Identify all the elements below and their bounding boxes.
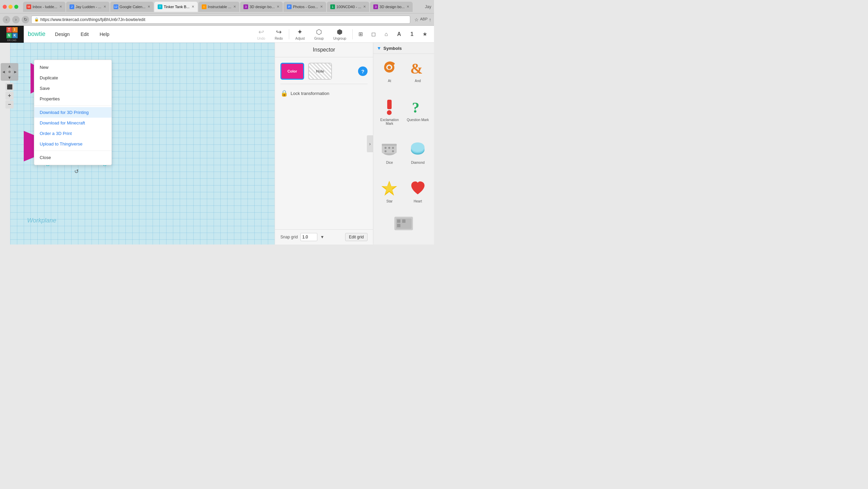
menu-item-save[interactable]: Save — [34, 83, 112, 94]
menu-item-properties[interactable]: Properties — [34, 94, 112, 104]
help-button[interactable]: ? — [358, 66, 368, 76]
nav-down[interactable]: ▼ — [6, 75, 12, 81]
share-icon[interactable]: ↑ — [429, 17, 431, 22]
refresh-button[interactable]: ↻ — [22, 16, 29, 23]
number-view-icon[interactable]: 1 — [407, 29, 417, 39]
tab-100ncd[interactable]: 1 100NCD40 - ... ✕ — [327, 2, 369, 12]
tab-3d2[interactable]: 3 3D design bo... ✕ — [370, 2, 413, 12]
ungroup-button[interactable]: ⬢ Ungroup — [330, 26, 350, 42]
menu-design[interactable]: Design — [50, 26, 75, 43]
symbol-diamond[interactable]: Diamond — [405, 139, 431, 175]
zoom-cube-button[interactable]: ⬛ — [5, 83, 14, 91]
menu-item-download-3d[interactable]: Download for 3D Printing — [34, 107, 112, 118]
svg-point-18 — [388, 147, 390, 149]
tab-3d1[interactable]: 3 3D design bo... ✕ — [240, 2, 283, 12]
group-button[interactable]: ⬡ Group — [311, 26, 327, 42]
nav-up-right[interactable] — [13, 63, 18, 69]
star-icon — [379, 178, 400, 198]
svg-point-24 — [411, 142, 425, 152]
snap-dropdown-icon[interactable]: ▼ — [320, 235, 324, 239]
menu-divider — [34, 105, 112, 106]
group-icon: ⬡ — [316, 28, 322, 36]
symbol-and[interactable]: & And — [405, 57, 431, 94]
symbol-dice[interactable]: Dice — [377, 139, 402, 175]
symbol-at[interactable]: At — [377, 57, 402, 94]
nav-up-left[interactable] — [1, 63, 6, 69]
inspector-body: Color Hole ? 🔒 Lock transformation — [275, 57, 373, 105]
more-symbol-icon — [394, 217, 413, 230]
svg-point-12 — [387, 110, 392, 115]
symbol-question[interactable]: ? Question Mark — [405, 96, 431, 136]
text-view-icon[interactable]: A — [394, 29, 404, 39]
workplane-label: Workplane — [27, 217, 56, 224]
adjust-button[interactable]: ✦ Adjust — [292, 26, 308, 42]
tab-close-icon[interactable]: ✕ — [277, 5, 279, 8]
symbol-question-label: Question Mark — [407, 118, 429, 122]
symbol-dice-label: Dice — [386, 161, 393, 164]
nav-center[interactable]: ⊕ — [6, 69, 12, 75]
symbol-heart[interactable]: Heart — [405, 178, 431, 214]
back-button[interactable]: ‹ — [3, 16, 10, 23]
nav-left[interactable]: ◄ — [1, 69, 6, 75]
symbol-star[interactable]: Star — [377, 178, 402, 214]
tab-tinkercad[interactable]: T Tinker Tank B... ✕ — [154, 2, 198, 12]
tab-close-icon[interactable]: ✕ — [192, 5, 194, 8]
color-button[interactable]: Color — [280, 63, 304, 80]
forward-button[interactable]: › — [12, 16, 20, 23]
symbol-diamond-label: Diamond — [411, 161, 425, 164]
zoom-in-button[interactable]: + — [5, 92, 14, 100]
grid-view-icon[interactable]: ⊞ — [355, 29, 366, 39]
undo-button[interactable]: ↩ Undo — [254, 26, 269, 42]
tab-close-icon[interactable]: ✕ — [147, 5, 150, 8]
menu-item-close[interactable]: Close — [34, 152, 112, 163]
menu-edit[interactable]: Edit — [75, 26, 94, 43]
tab-jay[interactable]: J Jay Ludden - ... ✕ — [66, 2, 110, 12]
symbol-more[interactable] — [377, 217, 431, 241]
tab-photos[interactable]: P Photos - Goo... ✕ — [283, 2, 326, 12]
adblock-icon[interactable]: ABP — [420, 17, 428, 22]
tab-gmail[interactable]: M Inbox - ludde... ✕ — [23, 2, 65, 12]
symbol-exclamation[interactable]: Exclamation Mark — [377, 96, 402, 136]
favorite-icon[interactable]: ★ — [420, 29, 430, 39]
tab-close-icon[interactable]: ✕ — [363, 5, 366, 8]
tinkercad-logo[interactable]: T I N K ER CAD — [0, 26, 24, 43]
home-view-icon[interactable]: ⌂ — [381, 29, 391, 39]
menu-item-order[interactable]: Order a 3D Print — [34, 128, 112, 139]
nav-up[interactable]: ▲ — [6, 63, 12, 69]
tab-calendar[interactable]: 12 Google Calen... ✕ — [110, 2, 154, 12]
tab-close-icon[interactable]: ✕ — [407, 5, 409, 8]
tab-instructable[interactable]: I Instructable ... ✕ — [198, 2, 239, 12]
lock-label: Lock transformation — [291, 91, 329, 96]
logo-i: I — [12, 27, 18, 33]
minimize-button[interactable] — [8, 5, 13, 9]
logo-n: N — [6, 33, 12, 38]
tab-close-icon[interactable]: ✕ — [59, 5, 62, 8]
maximize-button[interactable] — [14, 5, 18, 9]
user-menu[interactable]: Jay — [425, 4, 431, 9]
snap-input[interactable] — [300, 233, 317, 241]
tab-close-icon[interactable]: ✕ — [320, 5, 323, 8]
app-header: T I N K ER CAD bowtie Design Edit Help ↩… — [0, 26, 434, 43]
close-button[interactable] — [3, 5, 7, 9]
logo-t: T — [6, 27, 12, 33]
symbols-header-icon: ▼ — [377, 45, 381, 51]
menu-item-duplicate[interactable]: Duplicate — [34, 73, 112, 83]
nav-right[interactable]: ► — [13, 69, 18, 75]
cube-view-icon[interactable]: ◻ — [368, 29, 378, 39]
menu-item-upload[interactable]: Upload to Thingiverse — [34, 139, 112, 149]
bookmark-icon[interactable]: ☆ — [414, 17, 419, 22]
panel-toggle-button[interactable]: › — [367, 135, 373, 152]
redo-button[interactable]: ↪ Redo — [271, 26, 286, 42]
project-name[interactable]: bowtie — [24, 31, 50, 38]
menu-divider-2 — [34, 151, 112, 151]
url-bar[interactable]: 🔒 https://www.tinkercad.com/things/fpBhU… — [31, 16, 410, 24]
menu-item-new[interactable]: New — [34, 62, 112, 73]
tab-close-icon[interactable]: ✕ — [233, 5, 236, 8]
zoom-out-button[interactable]: − — [5, 100, 14, 109]
menu-help[interactable]: Help — [94, 26, 115, 43]
edit-grid-button[interactable]: Edit grid — [345, 233, 368, 241]
hole-button[interactable]: Hole — [308, 63, 332, 80]
menu-item-download-mc[interactable]: Download for Minecraft — [34, 118, 112, 128]
inspector-divider — [280, 84, 368, 84]
tab-close-icon[interactable]: ✕ — [103, 5, 106, 8]
